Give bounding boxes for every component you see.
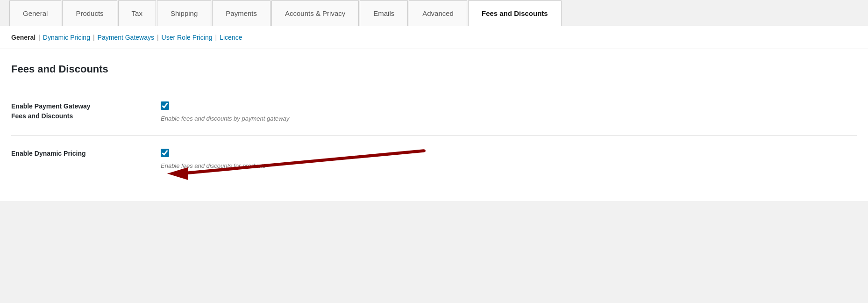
tab-tax[interactable]: Tax <box>118 0 156 26</box>
settings-label-cell-enable-payment-gateway-fees: Enable Payment GatewayFees and Discounts <box>11 88 161 136</box>
subnav-separator: | <box>157 34 159 41</box>
tab-bar: GeneralProductsTaxShippingPaymentsAccoun… <box>0 0 868 26</box>
tab-shipping[interactable]: Shipping <box>157 0 211 26</box>
subnav-item-user-role-pricing[interactable]: User Role Pricing <box>162 34 213 41</box>
tab-accounts-privacy[interactable]: Accounts & Privacy <box>271 0 359 26</box>
main-content: Fees and Discounts Enable Payment Gatewa… <box>0 49 868 201</box>
tab-advanced[interactable]: Advanced <box>409 0 467 26</box>
settings-description-enable-payment-gateway-fees: Enable fees and discounts by payment gat… <box>161 115 857 122</box>
subnav-item-dynamic-pricing[interactable]: Dynamic Pricing <box>43 34 90 41</box>
subnav-item-licence[interactable]: Licence <box>220 34 242 41</box>
settings-description-enable-dynamic-pricing: Enable fees and discounts for products <box>161 162 857 169</box>
settings-control-cell-enable-dynamic-pricing: Enable fees and discounts for products <box>161 136 857 183</box>
subnav-item-payment-gateways[interactable]: Payment Gateways <box>98 34 154 41</box>
settings-table: Enable Payment GatewayFees and Discounts… <box>11 88 857 182</box>
settings-label-cell-enable-dynamic-pricing: Enable Dynamic Pricing <box>11 136 161 183</box>
settings-label-enable-payment-gateway-fees: Enable Payment GatewayFees and Discounts <box>11 102 91 120</box>
tab-fees-discounts[interactable]: Fees and Discounts <box>468 0 562 26</box>
subnav-item-general: General <box>11 34 36 41</box>
subnav-separator: | <box>38 34 40 41</box>
tab-payments[interactable]: Payments <box>212 0 270 26</box>
checkbox-wrapper-enable-payment-gateway-fees <box>161 101 169 110</box>
sub-nav: General | Dynamic Pricing | Payment Gate… <box>0 26 868 49</box>
tab-general[interactable]: General <box>9 0 61 26</box>
page-title: Fees and Discounts <box>11 63 857 75</box>
settings-label-enable-dynamic-pricing: Enable Dynamic Pricing <box>11 150 86 157</box>
checkbox-wrapper-enable-dynamic-pricing <box>161 149 169 157</box>
subnav-separator: | <box>215 34 217 41</box>
tab-emails[interactable]: Emails <box>360 0 408 26</box>
checkbox-enable-dynamic-pricing[interactable] <box>161 149 169 157</box>
settings-control-cell-enable-payment-gateway-fees: Enable fees and discounts by payment gat… <box>161 88 857 136</box>
settings-row-enable-payment-gateway-fees: Enable Payment GatewayFees and Discounts… <box>11 88 857 136</box>
tab-products[interactable]: Products <box>62 0 117 26</box>
settings-row-enable-dynamic-pricing: Enable Dynamic PricingEnable fees and di… <box>11 136 857 183</box>
subnav-separator: | <box>93 34 95 41</box>
checkbox-enable-payment-gateway-fees[interactable] <box>161 101 169 110</box>
